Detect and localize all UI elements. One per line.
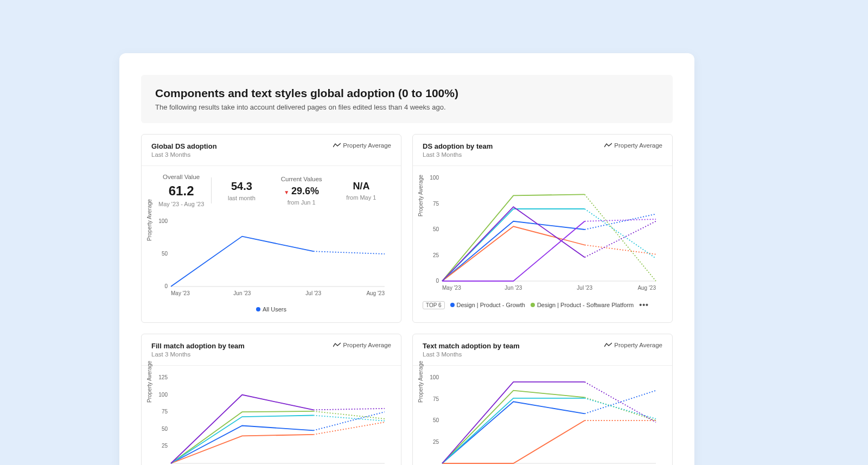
kpi-current: Current Values ▼29.6% from Jun 1 [272, 176, 331, 206]
svg-text:100: 100 [158, 392, 168, 398]
svg-text:25: 25 [433, 439, 439, 445]
card-text-match-by-team: Text match adoption by team Last 3 Month… [412, 334, 673, 465]
y-axis-label: Property Average [146, 199, 152, 241]
card-fill-match-by-team: Fill match adoption by team Last 3 Month… [141, 334, 401, 465]
svg-text:50: 50 [433, 417, 439, 423]
svg-text:0: 0 [164, 283, 168, 289]
trend-down-icon: ▼ [284, 189, 289, 195]
kpi-overall: Overall Value 61.2 May '23 - Aug '23 [151, 174, 211, 207]
svg-text:100: 100 [430, 175, 439, 181]
legend-dot-icon [531, 303, 535, 307]
svg-text:Aug '23: Aug '23 [366, 290, 385, 296]
y-axis-label: Property Average [418, 361, 424, 403]
card-ds-adoption-by-team: DS adoption by team Last 3 Months Proper… [412, 134, 673, 323]
card-subtitle: Last 3 Months [423, 351, 520, 358]
card-title: Global DS adoption [151, 142, 217, 150]
chart-legend: All Users [151, 306, 391, 313]
svg-text:Aug '23: Aug '23 [637, 285, 656, 291]
spark-line-icon [333, 143, 341, 148]
svg-text:50: 50 [433, 226, 439, 232]
card-title: Fill match adoption by team [151, 342, 245, 350]
kpi-last-month: 54.3 last month [212, 180, 271, 201]
svg-text:75: 75 [433, 201, 439, 207]
svg-text:May '23: May '23 [442, 285, 461, 291]
card-global-ds-adoption: Global DS adoption Last 3 Months Propert… [141, 134, 401, 323]
page-subtitle: The following results take into account … [155, 103, 659, 111]
svg-text:100: 100 [158, 218, 168, 224]
spark-line-icon [333, 342, 341, 348]
svg-text:50: 50 [162, 426, 168, 432]
svg-text:Jun '23: Jun '23 [505, 285, 522, 291]
property-average-toggle[interactable]: Property Average [333, 142, 391, 149]
chart-ds-adoption-by-team: 0255075100May '23Jun '23Jul '23Aug '23 [423, 174, 661, 293]
svg-text:0: 0 [436, 278, 439, 284]
svg-text:100: 100 [430, 374, 439, 380]
chart-text-match-by-team: 255075100 [423, 373, 661, 465]
cards-grid: Global DS adoption Last 3 Months Propert… [141, 134, 673, 465]
svg-text:May '23: May '23 [171, 290, 190, 296]
svg-text:Jul '23: Jul '23 [305, 290, 321, 296]
svg-text:75: 75 [433, 396, 439, 402]
card-subtitle: Last 3 Months [151, 351, 245, 358]
svg-text:125: 125 [158, 374, 168, 380]
svg-text:Jul '23: Jul '23 [577, 285, 592, 291]
svg-text:75: 75 [162, 409, 168, 415]
card-title: Text match adoption by team [423, 342, 520, 350]
legend-dot-icon [450, 303, 455, 307]
dashboard-canvas: Components and text styles global adopti… [119, 53, 694, 465]
y-axis-label: Property Average [418, 175, 424, 216]
legend-overflow-button[interactable]: ••• [639, 301, 649, 309]
chart-fill-match-by-team: 255075100125 [151, 373, 390, 465]
page-title: Components and text styles global adopti… [155, 87, 659, 100]
property-average-toggle[interactable]: Property Average [604, 142, 662, 149]
spark-line-icon [604, 143, 612, 148]
chart-legend: TOP 6 Design | Product - Growth Design |… [423, 301, 662, 309]
svg-text:Jun '23: Jun '23 [233, 290, 251, 296]
y-axis-label: Property Average [146, 361, 152, 403]
spark-line-icon [604, 342, 612, 348]
kpi-row: Overall Value 61.2 May '23 - Aug '23 54.… [151, 174, 391, 207]
property-average-toggle[interactable]: Property Average [604, 342, 662, 348]
page-header: Components and text styles global adopti… [141, 75, 673, 123]
legend-dot-icon [256, 307, 260, 311]
card-subtitle: Last 3 Months [423, 151, 493, 158]
property-average-toggle[interactable]: Property Average [333, 342, 391, 348]
card-subtitle: Last 3 Months [151, 151, 217, 158]
top-n-badge[interactable]: TOP 6 [423, 301, 445, 309]
chart-global-ds-adoption: 050100May '23Jun '23Jul '23Aug '23 [151, 217, 390, 298]
svg-text:25: 25 [162, 443, 168, 449]
svg-text:25: 25 [433, 252, 439, 258]
kpi-na: N/A from May 1 [331, 181, 391, 201]
svg-text:50: 50 [162, 251, 168, 257]
card-title: DS adoption by team [423, 142, 493, 150]
